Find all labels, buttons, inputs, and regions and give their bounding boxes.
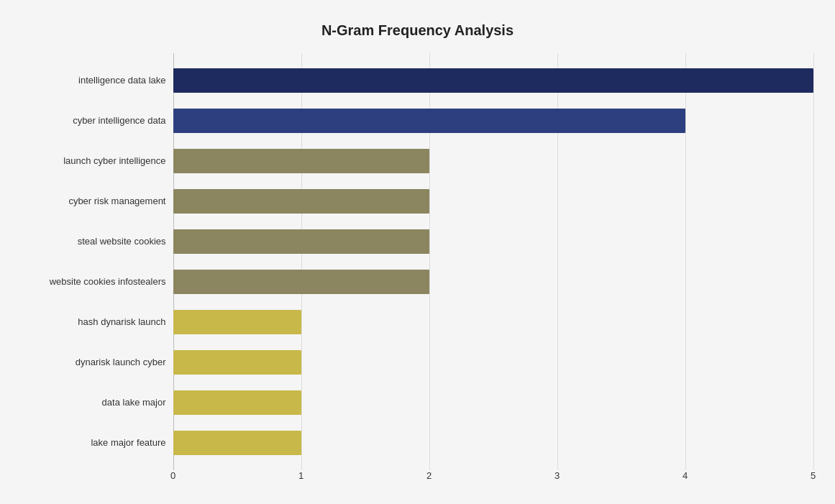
bar-row xyxy=(173,302,813,342)
y-axis-label: cyber risk management xyxy=(22,181,166,221)
bar xyxy=(173,310,301,334)
x-tick-label: 4 xyxy=(683,470,688,481)
bar-row xyxy=(173,423,813,463)
bar-row xyxy=(173,382,813,423)
y-axis-label: lake major feature xyxy=(22,423,166,463)
bar xyxy=(173,109,685,133)
bar xyxy=(173,431,301,455)
bar-row xyxy=(173,60,813,101)
chart-title: N-Gram Frequency Analysis xyxy=(22,22,813,39)
y-axis-labels: intelligence data lakecyber intelligence… xyxy=(22,53,173,470)
bar-row xyxy=(173,181,813,221)
bar xyxy=(173,189,429,214)
x-tick-label: 5 xyxy=(811,470,816,481)
y-axis-label: website cookies infostealers xyxy=(22,262,166,302)
bar-row xyxy=(173,342,813,382)
bar xyxy=(173,270,429,294)
y-axis-label: intelligence data lake xyxy=(22,60,166,101)
bar xyxy=(173,350,301,375)
bars-wrapper xyxy=(173,53,813,470)
x-tick-label: 2 xyxy=(426,470,432,481)
grid-line xyxy=(813,53,814,470)
x-tick-label: 1 xyxy=(298,470,304,481)
x-tick-label: 0 xyxy=(170,470,175,481)
y-axis-label: dynarisk launch cyber xyxy=(22,342,166,382)
y-axis-label: launch cyber intelligence xyxy=(22,141,166,181)
bar-row xyxy=(173,101,813,141)
bar xyxy=(173,149,429,173)
y-axis-label: hash dynarisk launch xyxy=(22,302,166,342)
bar-row xyxy=(173,262,813,302)
chart-container: N-Gram Frequency Analysis intelligence d… xyxy=(8,8,828,497)
x-tick-label: 3 xyxy=(555,470,560,481)
bar xyxy=(173,390,301,415)
chart-area: intelligence data lakecyber intelligence… xyxy=(22,53,813,470)
bar xyxy=(173,68,813,93)
plot-area xyxy=(173,53,813,470)
y-axis-label: data lake major xyxy=(22,382,166,423)
bar-row xyxy=(173,141,813,181)
y-axis-label: steal website cookies xyxy=(22,221,166,262)
bar-row xyxy=(173,221,813,262)
x-axis-ticks: 012345 xyxy=(173,470,813,488)
y-axis-label: cyber intelligence data xyxy=(22,101,166,141)
bar xyxy=(173,229,429,254)
